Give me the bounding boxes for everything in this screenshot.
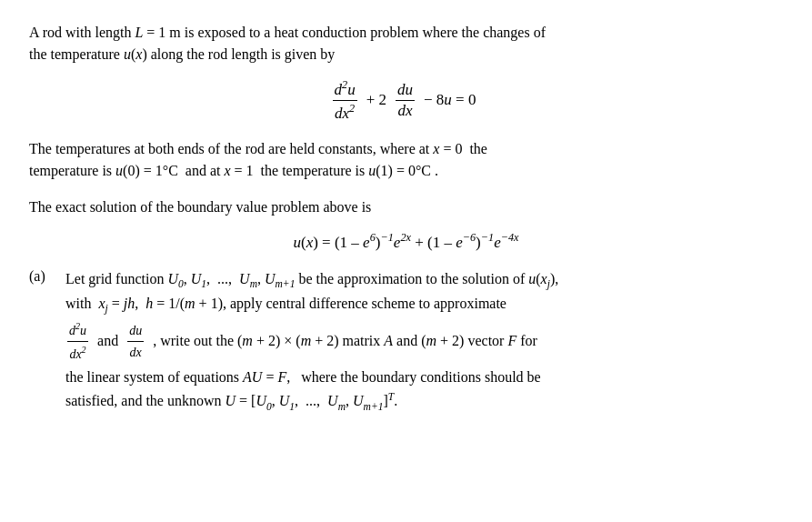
intro-paragraph: A rod with length L = 1 m is exposed to …	[29, 22, 783, 65]
fraction-du-dx: du dx	[396, 81, 415, 120]
part-a-line1: Let grid function U0, U1, ..., Um, Um+1 …	[65, 268, 783, 293]
part-a-section: (a) Let grid function U0, U1, ..., Um, U…	[29, 268, 783, 415]
part-a-line3: d2u dx2 and du dx , write out the (m + 2…	[65, 319, 783, 365]
bc-paragraph: The temperatures at both ends of the rod…	[29, 138, 783, 182]
fraction-d2u-dx2-small: d2u dx2	[67, 319, 88, 365]
intro-text: A rod with length L = 1 m is exposed to …	[29, 25, 546, 62]
fraction-d2u-dx2: d2u dx2	[333, 78, 357, 122]
part-a-content: Let grid function U0, U1, ..., Um, Um+1 …	[65, 268, 783, 415]
part-a-line5: satisfied, and the unknown U = [U0, U1, …	[65, 389, 783, 415]
fraction-du-dx-small: du dx	[127, 321, 144, 363]
exact-intro-paragraph: The exact solution of the boundary value…	[29, 196, 783, 218]
part-a-line2: with xj = jh, h = 1/(m + 1), apply centr…	[65, 293, 783, 317]
exact-solution-equation: u(x) = (1 – e6)−1e2x + (1 – e−6)−1e−4x	[29, 231, 783, 252]
main-content: A rod with length L = 1 m is exposed to …	[29, 22, 783, 415]
part-a-line4: the linear system of equations AU = F, w…	[65, 366, 783, 389]
part-a-label: (a)	[29, 268, 55, 285]
ode-equation: d2u dx2 + 2 du dx − 8u = 0	[29, 78, 783, 122]
